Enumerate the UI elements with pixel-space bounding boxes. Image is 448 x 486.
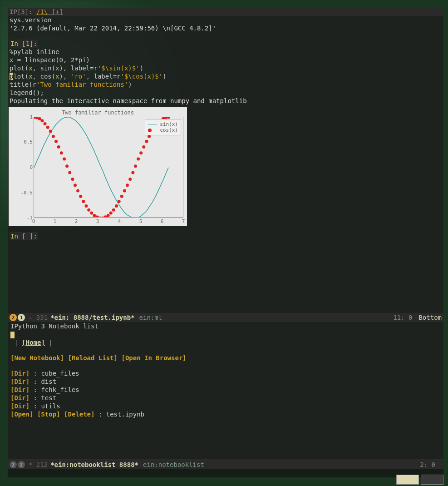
svg-point-11 xyxy=(63,158,66,161)
major-mode: ein:ml xyxy=(139,314,162,321)
svg-point-9 xyxy=(57,145,60,149)
new-notebook-button[interactable]: [New Notebook] xyxy=(10,354,64,362)
kernel-header: IP[3]: /1\ [+] xyxy=(8,8,443,16)
dir-link[interactable]: [Dir] xyxy=(10,370,30,377)
svg-point-4 xyxy=(44,122,47,125)
svg-point-10 xyxy=(60,151,63,154)
svg-point-39 xyxy=(139,151,143,154)
svg-point-14 xyxy=(71,178,74,181)
svg-point-12 xyxy=(65,164,69,168)
cell-1-stdout: Populating the interactive namespace fro… xyxy=(10,97,247,104)
svg-point-26 xyxy=(104,215,107,217)
svg-point-13 xyxy=(68,171,71,174)
badge-icon: 2 xyxy=(10,461,17,468)
major-mode: ein:notebooklist xyxy=(143,461,204,468)
svg-point-20 xyxy=(87,208,90,212)
dir-link[interactable]: [Dir] xyxy=(10,378,30,385)
svg-point-5 xyxy=(46,126,49,129)
svg-point-36 xyxy=(131,171,134,174)
svg-point-32 xyxy=(120,195,123,198)
chart-title: Two familiar functions xyxy=(62,109,134,116)
legend: sin(x) cos(x) xyxy=(145,119,181,135)
cell-0-output: sys.version '2.7.6 (default, Mar 22 2014… xyxy=(8,16,443,32)
svg-point-8 xyxy=(54,140,58,143)
dir-link[interactable]: [Dir] xyxy=(10,394,30,402)
cursor-position: 11: 0 xyxy=(393,314,412,321)
svg-point-34 xyxy=(126,183,129,187)
svg-point-6 xyxy=(49,130,52,133)
notebook-pane: IP[3]: /1\ [+] sys.version '2.7.6 (defau… xyxy=(8,8,443,313)
in-prompt-empty: In [ ]: xyxy=(10,232,38,240)
svg-point-23 xyxy=(96,215,99,217)
text-cursor xyxy=(10,332,15,338)
worksheet-selector[interactable]: /1\ xyxy=(36,8,48,15)
svg-point-2 xyxy=(38,117,41,120)
buffer-name[interactable]: *ein:notebooklist 8888* xyxy=(50,461,138,468)
svg-point-17 xyxy=(79,195,82,198)
svg-point-37 xyxy=(134,164,137,168)
svg-point-21 xyxy=(90,211,93,214)
svg-point-7 xyxy=(52,135,55,138)
file-name[interactable]: test.ipynb xyxy=(106,411,144,418)
stop-file-button[interactable]: [Stop] xyxy=(37,411,60,418)
svg-point-33 xyxy=(123,189,126,193)
svg-point-40 xyxy=(142,145,145,149)
plot-output: Two familiar functions sin(x) cos(x) 1 0… xyxy=(9,107,187,226)
in-prompt: In [1]: xyxy=(10,40,38,48)
modeline-notebooklist: 2 2 * 212 *ein:notebooklist 8888* ein:no… xyxy=(8,460,443,469)
svg-point-19 xyxy=(85,204,88,208)
svg-point-16 xyxy=(76,189,79,193)
svg-point-22 xyxy=(93,214,96,217)
badge-icon: 2 xyxy=(18,461,25,468)
svg-point-31 xyxy=(118,200,121,203)
svg-point-24 xyxy=(98,217,102,218)
minibuffer[interactable] xyxy=(8,469,443,477)
system-tray xyxy=(396,475,443,485)
home-link[interactable]: [Home] xyxy=(22,339,45,346)
delete-file-button[interactable]: [Delete] xyxy=(64,411,94,418)
dir-link[interactable]: [Dir] xyxy=(10,386,30,393)
cursor-position: 2: 0 xyxy=(420,461,435,468)
tray-item[interactable] xyxy=(421,475,443,485)
cell-2[interactable]: In [ ]: xyxy=(8,232,443,240)
notebooklist-pane: IPython 3 Notebook list | [Home] | [New … xyxy=(8,322,443,459)
svg-point-30 xyxy=(115,204,118,208)
buffer-name[interactable]: *ein: 8888/test.ipynb* xyxy=(50,314,134,321)
open-file-button[interactable]: [Open] xyxy=(10,411,34,418)
svg-point-35 xyxy=(128,178,132,181)
add-worksheet[interactable]: [+] xyxy=(48,8,63,15)
svg-point-41 xyxy=(145,140,148,143)
tray-item[interactable] xyxy=(396,475,419,485)
svg-point-18 xyxy=(82,200,85,203)
modeline-notebook: 2 1 – 331 *ein: 8888/test.ipynb* ein:ml … xyxy=(8,313,443,322)
svg-point-29 xyxy=(112,208,115,212)
svg-point-49 xyxy=(167,117,170,119)
cell-1[interactable]: In [1]: %pylab inline x = linspace(0, 2*… xyxy=(8,40,443,105)
svg-point-38 xyxy=(137,158,140,161)
svg-point-1 xyxy=(35,117,39,119)
dir-link[interactable]: [Dir] xyxy=(10,402,30,410)
open-in-browser-button[interactable]: [Open In Browser] xyxy=(121,354,186,362)
badge-info-icon: 1 xyxy=(18,314,25,321)
notebooklist-title: IPython 3 Notebook list xyxy=(10,322,441,330)
svg-point-28 xyxy=(109,211,113,214)
svg-point-3 xyxy=(40,119,44,122)
badge-warn-icon: 2 xyxy=(10,314,17,321)
svg-point-27 xyxy=(107,214,110,217)
reload-list-button[interactable]: [Reload List] xyxy=(68,354,118,362)
scroll-indicator: Bottom xyxy=(418,314,442,321)
svg-point-15 xyxy=(74,183,77,187)
